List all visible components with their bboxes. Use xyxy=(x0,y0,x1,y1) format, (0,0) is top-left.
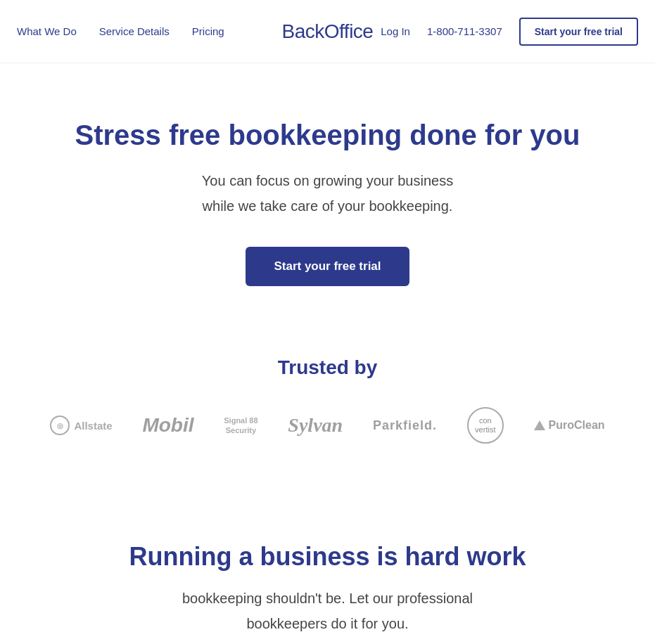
logo-allstate: ◎ Allstate xyxy=(50,416,112,435)
nav-cta-button[interactable]: Start your free trial xyxy=(519,18,638,46)
hero-subtitle: You can focus on growing your business w… xyxy=(14,168,641,219)
hard-work-subtitle: bookkeeping shouldn't be. Let our profes… xyxy=(145,586,511,636)
puroclean-icon xyxy=(534,420,545,430)
hero-section: Stress free bookkeeping done for you You… xyxy=(0,63,655,328)
nav-pricing[interactable]: Pricing xyxy=(192,25,224,37)
logo-puroclean: PuroClean xyxy=(534,419,605,432)
nav-phone[interactable]: 1-800-711-3307 xyxy=(427,25,502,37)
hard-work-section: Running a business is hard work bookkeep… xyxy=(0,486,655,644)
nav-login[interactable]: Log In xyxy=(381,25,410,37)
allstate-icon: ◎ xyxy=(50,416,70,435)
trusted-section: Trusted by ◎ Allstate Mobil Signal 88Sec… xyxy=(0,328,655,486)
hard-work-title: Running a business is hard work xyxy=(14,542,641,572)
logo-parkfield: Parkfield. xyxy=(373,418,437,433)
logos-row: ◎ Allstate Mobil Signal 88Security Sylva… xyxy=(14,407,641,444)
hero-title: Stress free bookkeeping done for you xyxy=(14,120,641,151)
logo-signal-security: Signal 88Security xyxy=(224,416,257,436)
logo-sylvan: Sylvan xyxy=(288,414,343,437)
hero-cta-button[interactable]: Start your free trial xyxy=(246,247,409,286)
site-logo[interactable]: BackOffice xyxy=(282,20,374,43)
nav-service-details[interactable]: Service Details xyxy=(99,25,170,37)
logo-mobil: Mobil xyxy=(142,414,193,437)
navbar: What We Do Service Details Pricing BackO… xyxy=(0,0,655,63)
trusted-title: Trusted by xyxy=(14,356,641,379)
logo-convertist: convertist xyxy=(467,407,504,444)
nav-what-we-do[interactable]: What We Do xyxy=(17,25,77,37)
